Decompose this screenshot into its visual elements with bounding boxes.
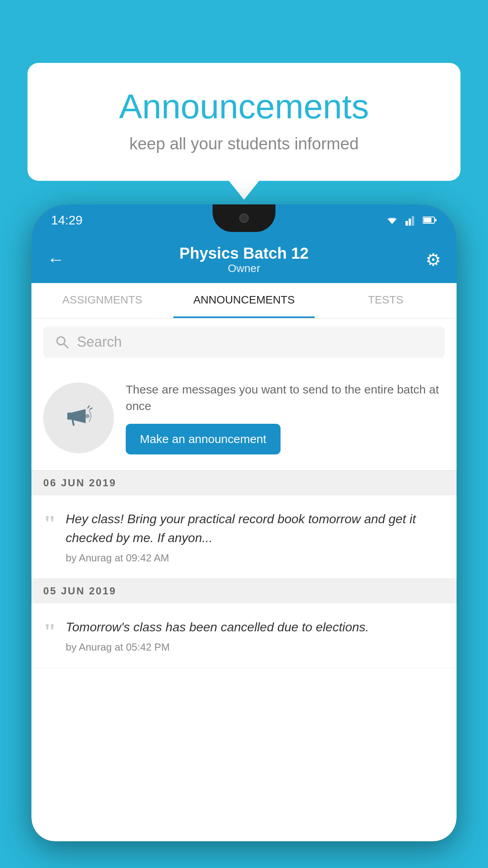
search-bar[interactable]: Search [43,326,445,358]
speech-bubble-section: Announcements keep all your students inf… [28,63,460,181]
date-separator-1: 06 JUN 2019 [31,471,457,495]
announcement-author-1: by Anurag at 09:42 AM [66,552,445,564]
announcement-content-1: Hey class! Bring your practical record b… [66,509,445,564]
announcements-subtitle: keep all your students informed [59,134,429,153]
battery-icon [423,216,437,224]
back-button[interactable]: ← [47,250,71,269]
app-header: ← Physics Batch 12 Owner ⚙ [31,236,457,283]
tab-bar: ASSIGNMENTS ANNOUNCEMENTS TESTS [31,283,457,318]
settings-button[interactable]: ⚙ [417,250,441,270]
date-separator-2: 05 JUN 2019 [31,579,457,603]
tab-tests[interactable]: TESTS [315,283,457,318]
phone-screen: 14:29 [31,204,457,841]
camera-dot [239,213,249,223]
svg-rect-6 [424,218,431,223]
phone-mockup: 14:29 [31,204,457,868]
announcement-promo: These are messages you want to send to t… [31,366,457,471]
status-time: 14:29 [51,213,83,228]
svg-rect-2 [405,221,408,226]
phone-frame: 14:29 [31,204,457,841]
tab-assignments[interactable]: ASSIGNMENTS [31,283,173,318]
signal-icon [405,215,416,226]
announcement-item-2[interactable]: " Tomorrow's class has been cancelled du… [31,603,457,668]
phone-notch [213,204,275,232]
svg-line-13 [90,408,92,410]
announcement-item-1[interactable]: " Hey class! Bring your practical record… [31,495,457,579]
svg-rect-7 [435,219,437,221]
search-bar-container: Search [31,318,457,366]
svg-line-9 [64,344,68,348]
quote-icon-1: " [43,512,56,535]
announcement-author-2: by Anurag at 05:42 PM [66,641,445,653]
promo-right: These are messages you want to send to t… [126,381,445,454]
announcements-title: Announcements [59,86,429,127]
megaphone-icon [61,400,96,436]
announcement-content-2: Tomorrow's class has been cancelled due … [66,618,445,653]
announcement-text-2: Tomorrow's class has been cancelled due … [66,618,445,636]
quote-icon-2: " [43,620,56,644]
make-announcement-button[interactable]: Make an announcement [126,424,281,454]
svg-line-12 [88,406,89,408]
promo-icon-circle [43,383,114,453]
announcement-text-1: Hey class! Bring your practical record b… [66,509,445,547]
svg-rect-3 [409,219,411,226]
status-icons [385,215,437,226]
header-title-area: Physics Batch 12 Owner [71,245,417,275]
search-input[interactable]: Search [77,334,122,350]
svg-rect-4 [412,216,414,226]
svg-point-11 [85,414,90,418]
wifi-icon [385,215,399,226]
batch-title: Physics Batch 12 [71,245,417,262]
search-icon [55,335,69,349]
speech-bubble: Announcements keep all your students inf… [28,63,460,181]
promo-description: These are messages you want to send to t… [126,381,445,414]
tab-announcements[interactable]: ANNOUNCEMENTS [173,283,315,318]
batch-role: Owner [71,262,417,275]
